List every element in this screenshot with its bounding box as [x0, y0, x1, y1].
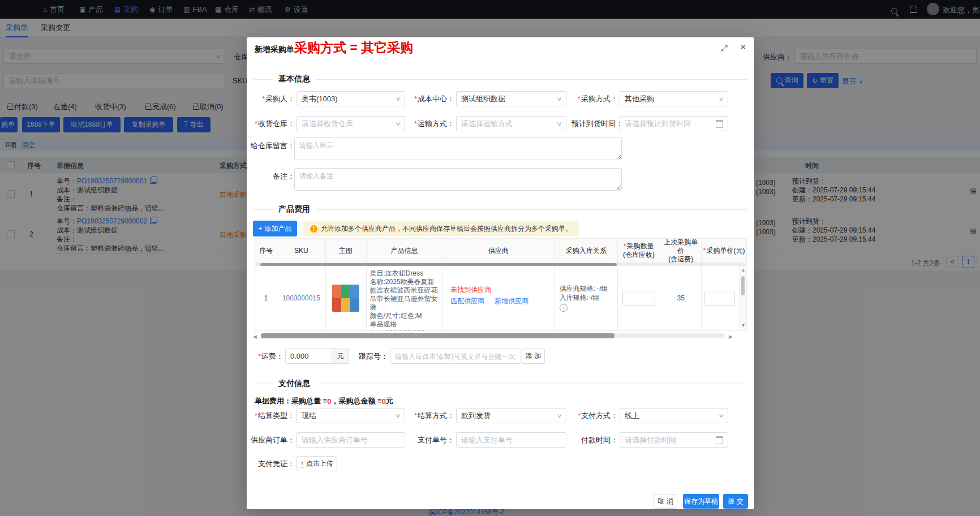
new-supplier-link[interactable]: 新增供应商 — [495, 297, 528, 305]
product-image[interactable] — [332, 285, 359, 312]
upload-button[interactable]: ↑点击上传 — [296, 456, 337, 471]
purchase-method-select[interactable]: 其他采购∨ — [620, 91, 728, 106]
field-purchase-method: *采购方式： 其他采购∨ — [571, 91, 728, 106]
add-product-button[interactable]: +添加产品 — [253, 221, 297, 236]
chevron-down-icon: ∨ — [395, 96, 401, 102]
th-supplier: 供应商 — [442, 239, 555, 263]
section-payment: 支付信息 — [253, 379, 747, 388]
required-mark: * — [414, 94, 417, 103]
purchaser-label: *采购人： — [248, 94, 295, 104]
info-category: 类目:连衣裙Dress — [370, 269, 439, 278]
save-draft-button[interactable]: 保存为草稿 — [683, 494, 719, 509]
label-text: 运费： — [261, 352, 283, 360]
fee-amount-label: ，采购总金额 = — [331, 396, 381, 406]
transport-select[interactable]: 请选择运输方式∨ — [456, 116, 566, 131]
settle-way-select[interactable]: 款到发货∨ — [456, 408, 566, 423]
th-image: 主图 — [326, 239, 367, 263]
cell-info: 类目:连衣裙Dress 名称:2025欧美春夏新款连衣裙波西米亚碎花吊带长裙亚马… — [367, 266, 443, 330]
pay-time-picker[interactable]: 请选择付款时间 — [620, 432, 728, 448]
cell-sku: 1003000015 — [277, 266, 326, 330]
th-qty-line2: (仓库应收) — [623, 251, 655, 259]
cost-center-value: 测试组织数据 — [461, 94, 505, 104]
purchase-method-value: 其他采购 — [625, 94, 654, 104]
warehouse-msg-label: 给仓库留言： — [248, 141, 295, 151]
receive-warehouse-select[interactable]: 请选择收货仓库∨ — [296, 116, 405, 131]
th-price-text: 采购单价(元) — [706, 247, 745, 255]
plus-icon: + — [258, 225, 262, 233]
cell-seq: 1 — [255, 266, 277, 330]
modal-title: 新增采购单 — [255, 45, 294, 55]
match-supplier-link[interactable]: 匹配供应商 — [450, 297, 484, 305]
info-icon: i — [560, 304, 568, 312]
cancel-button[interactable]: 取 消 — [654, 494, 677, 509]
purchaser-select[interactable]: 奥韦(1003)∨ — [296, 91, 405, 106]
fee-qty-label: 采购总量 = — [291, 396, 327, 406]
cell-qty — [618, 266, 661, 330]
field-transport: *运输方式： 请选择运输方式∨ — [408, 116, 566, 131]
field-receive-warehouse: *收货仓库： 请选择收货仓库∨ — [248, 116, 405, 131]
upload-label: 点击上传 — [306, 459, 333, 468]
purchaser-value: 奥韦(1003) — [302, 94, 338, 104]
required-mark: * — [262, 94, 265, 103]
supplier-spec-text: 供应商规格: -/组 — [560, 284, 617, 293]
required-mark: * — [703, 247, 706, 255]
placeholder-text: 请选择运输方式 — [461, 119, 513, 129]
modal-footer: 取 消 保存为草稿 提 交 — [247, 488, 754, 510]
settle-way-label: *结算方式： — [408, 411, 454, 421]
submit-button[interactable]: 提 交 — [723, 494, 748, 509]
v-scroll-track: ▲ ▼ — [739, 266, 746, 330]
eta-label: 预计到货时间： — [571, 119, 618, 129]
supplier-order-label: 供应商订单： — [248, 435, 295, 445]
inbound-spec-text: 入库规格:-/组 — [560, 293, 617, 302]
tracking-input[interactable] — [390, 349, 521, 364]
th-price: *采购单价(元) — [702, 239, 746, 263]
fullscreen-icon[interactable]: ⤢ — [721, 44, 728, 52]
section-product-fees: 产品费用 — [253, 205, 747, 214]
pay-way-select[interactable]: 线上∨ — [620, 408, 728, 423]
remark-label: 备注： — [248, 171, 295, 182]
fee-amount-value: 0 — [382, 397, 386, 406]
scroll-up-icon[interactable]: ▲ — [741, 268, 746, 273]
cell-last-price: 35 — [660, 266, 702, 330]
price-input[interactable] — [704, 291, 735, 306]
qty-input[interactable] — [622, 291, 655, 306]
eta-date-picker[interactable]: 请选择预计到货时间 — [620, 116, 728, 131]
chevron-down-icon: ∨ — [556, 121, 562, 127]
add-product-label: 添加产品 — [265, 224, 292, 234]
field-purchaser: *采购人： 奥韦(1003)∨ — [248, 91, 405, 106]
freight-input[interactable] — [285, 349, 332, 364]
pay-no-input[interactable] — [456, 432, 566, 448]
label-text: 采购人： — [265, 94, 295, 103]
cell-relation: 供应商规格: -/组 入库规格:-/组 i — [555, 266, 618, 330]
remark-textarea[interactable] — [294, 168, 622, 191]
scroll-right-icon[interactable]: ▶ — [729, 334, 733, 339]
required-mark: * — [255, 119, 257, 128]
voucher-label: 支付凭证： — [248, 459, 295, 469]
cell-supplier: 未找到供应商 匹配供应商新增供应商 — [442, 266, 555, 330]
section-basic-info: 基本信息 — [253, 75, 747, 84]
add-tracking-button[interactable]: 添 加 — [522, 349, 545, 364]
upload-icon: ↑ — [300, 460, 304, 467]
field-tracking: 跟踪号： 添 加 — [353, 349, 545, 364]
h-scrollbar-bottom[interactable] — [261, 333, 614, 338]
pay-way-value: 线上 — [625, 411, 639, 421]
placeholder-text: 请选择收货仓库 — [302, 119, 353, 129]
section-title: 基本信息 — [278, 74, 310, 84]
warehouse-msg-textarea[interactable] — [294, 137, 622, 160]
label-text: 运输方式： — [418, 119, 454, 128]
close-icon[interactable]: × — [740, 42, 746, 52]
scroll-down-icon[interactable]: ▼ — [741, 323, 746, 328]
cell-image — [326, 266, 367, 330]
label-text: 结算类型： — [258, 411, 295, 420]
settle-type-label: *结算类型： — [248, 411, 295, 421]
settle-type-select[interactable]: 现结∨ — [296, 408, 405, 423]
supplier-order-input[interactable] — [296, 432, 405, 448]
tracking-label: 跟踪号： — [353, 351, 388, 362]
scroll-left-icon[interactable]: ◀ — [253, 334, 257, 339]
cost-center-select[interactable]: 测试组织数据∨ — [456, 91, 566, 106]
v-scrollbar[interactable] — [741, 276, 745, 295]
th-last-line2: (含运费) — [668, 255, 693, 264]
info-spec: 单品规格(cm):100*100*100 — [370, 320, 439, 330]
pay-no-label: 支付单号： — [408, 435, 454, 445]
chev-down-icon: ∨ — [718, 412, 724, 419]
